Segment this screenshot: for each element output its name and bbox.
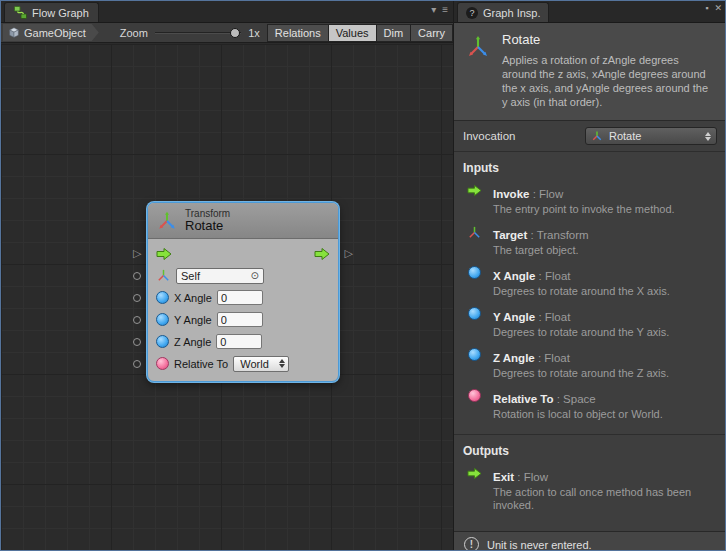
target-port[interactable] (133, 272, 141, 280)
transform-axis-icon (466, 35, 490, 59)
output-item-exit: Exit : Flow The action to call once meth… (454, 464, 726, 518)
exit-flow-arrow-icon[interactable] (314, 247, 330, 261)
flow-arrow-icon (463, 467, 485, 480)
pane-dropdown-icon[interactable]: ▾ (431, 5, 436, 15)
dropdown-stepper-icon (279, 359, 285, 368)
inspector-unit-icon-col (462, 32, 494, 109)
zoom-value: 1x (248, 27, 260, 39)
dim-button[interactable]: Dim (377, 24, 412, 42)
tab-flow-graph[interactable]: Flow Graph (4, 2, 99, 22)
node-title: Rotate (185, 219, 230, 233)
y-angle-label: Y Angle (174, 314, 212, 326)
flow-graph-tabbar: Flow Graph ▾ ≡ (1, 1, 453, 23)
values-button[interactable]: Values (329, 24, 377, 42)
target-transform-icon (156, 268, 171, 283)
enum-port-icon (463, 389, 485, 402)
y-angle-port[interactable] (133, 316, 141, 324)
z-angle-input[interactable] (216, 334, 262, 349)
node-header[interactable]: Transform Rotate (148, 203, 338, 239)
breadcrumb-gameobject[interactable]: GameObject (3, 24, 99, 41)
invocation-dropdown[interactable]: Rotate (585, 127, 717, 145)
zoom-slider[interactable] (155, 26, 241, 40)
tab-flow-graph-label: Flow Graph (32, 7, 89, 19)
target-object-field[interactable]: Self ⊙ (176, 268, 264, 284)
float-port-icon (463, 348, 485, 361)
inputs-section-title: Inputs (454, 152, 726, 181)
item-description: The entry point to invoke the method. (493, 203, 708, 216)
x-angle-label: X Angle (174, 292, 212, 304)
item-description: The target object. (493, 244, 708, 257)
item-description: The action to call once method has been … (493, 486, 708, 512)
input-item-invoke: Invoke : Flow The entry point to invoke … (454, 181, 726, 222)
zoom-slider-track (155, 32, 241, 34)
invoke-port[interactable]: ▷ (133, 248, 141, 259)
warning-text: Unit is never entered. (487, 539, 592, 551)
node-body: Self ⊙ X Angle Y Angle (148, 239, 338, 381)
flow-arrow-icon (463, 184, 485, 197)
invocation-label: Invocation (463, 130, 585, 142)
relative-to-label: Relative To (174, 358, 228, 370)
pane-controls: ▾ ≡ (431, 5, 448, 15)
inspector-help-icon: ? (466, 7, 478, 19)
target-object-value: Self (181, 270, 200, 282)
exit-port[interactable]: ▷ (345, 248, 353, 259)
node-target-row: Self ⊙ (156, 266, 330, 285)
relations-button[interactable]: Relations (267, 24, 329, 42)
x-angle-port[interactable] (133, 294, 141, 302)
item-title: Exit : Flow (493, 467, 717, 485)
node-header-text: Transform Rotate (185, 208, 230, 233)
graph-canvas[interactable]: ▷ ▷ Transform (1, 44, 453, 550)
node-flow-row (156, 244, 330, 263)
dropdown-stepper-icon (705, 132, 711, 141)
flow-graph-toolbar: GameObject Zoom 1x Relations Values Dim … (1, 23, 453, 43)
float-port-icon (463, 307, 485, 320)
node-transform-rotate[interactable]: ▷ ▷ Transform (147, 202, 339, 382)
flow-graph-panel: Flow Graph ▾ ≡ GameObject Zoom 1x (1, 1, 453, 550)
gameobject-cube-icon (8, 27, 20, 39)
tab-graph-inspector-label: Graph Insp. (483, 7, 540, 19)
inspector-tabbar: ? Graph Insp. ▪ ✕ (454, 1, 726, 23)
inspector-header: Rotate Applies a rotation of zAngle degr… (454, 23, 726, 121)
input-item-x-angle: X Angle : Float Degrees to rotate around… (454, 263, 726, 304)
unit-description: Applies a rotation of zAngle degrees aro… (502, 53, 710, 109)
float-port-icon (463, 266, 485, 279)
item-title: Z Angle : Float (493, 348, 717, 366)
input-item-y-angle: Y Angle : Float Degrees to rotate around… (454, 304, 726, 345)
zoom-slider-handle[interactable] (230, 28, 240, 38)
invocation-value: Rotate (609, 130, 641, 142)
carry-button[interactable]: Carry (411, 24, 453, 42)
item-title: Invoke : Flow (493, 184, 717, 202)
x-angle-input[interactable] (217, 290, 263, 305)
item-description: Rotation is local to object or World. (493, 408, 708, 421)
y-angle-input[interactable] (217, 312, 263, 327)
warning-icon: ! (464, 537, 479, 551)
close-icon[interactable]: ✕ (714, 4, 722, 13)
relative-to-dropdown[interactable]: World (233, 356, 289, 372)
node-relative-row: Relative To World (156, 354, 330, 373)
tab-graph-inspector[interactable]: ? Graph Insp. (457, 2, 549, 22)
graph-inspector-panel: ? Graph Insp. ▪ ✕ Rotate (453, 1, 726, 550)
toolbar-buttons: Relations Values Dim Carry (267, 24, 453, 42)
transform-axis-icon (157, 211, 177, 231)
item-description: Degrees to rotate around the Z axis. (493, 367, 708, 380)
object-picker-icon[interactable]: ⊙ (251, 271, 259, 281)
detach-icon[interactable]: ▪ (705, 4, 708, 13)
transform-axis-icon (591, 130, 603, 142)
pane-menu-icon[interactable]: ≡ (442, 5, 448, 15)
item-description: Degrees to rotate around the X axis. (493, 285, 708, 298)
relative-to-port[interactable] (133, 360, 141, 368)
float-port-icon (156, 291, 169, 304)
inspector-header-text: Rotate Applies a rotation of zAngle degr… (502, 32, 710, 109)
node-z-angle-row: Z Angle (156, 332, 330, 351)
enum-port-icon (156, 357, 169, 370)
flow-graph-icon (14, 6, 27, 19)
editor-window: Flow Graph ▾ ≡ GameObject Zoom 1x (0, 0, 726, 551)
input-item-z-angle: Z Angle : Float Degrees to rotate around… (454, 345, 726, 386)
z-angle-port[interactable] (133, 338, 141, 346)
warning-bar: ! Unit is never entered. (454, 531, 726, 551)
invocation-row: Invocation Rotate (454, 121, 726, 152)
input-item-target: Target : Transform The target object. (454, 222, 726, 263)
relative-to-value: World (240, 358, 269, 370)
item-title: Target : Transform (493, 225, 717, 243)
invoke-flow-arrow-icon[interactable] (156, 247, 172, 261)
